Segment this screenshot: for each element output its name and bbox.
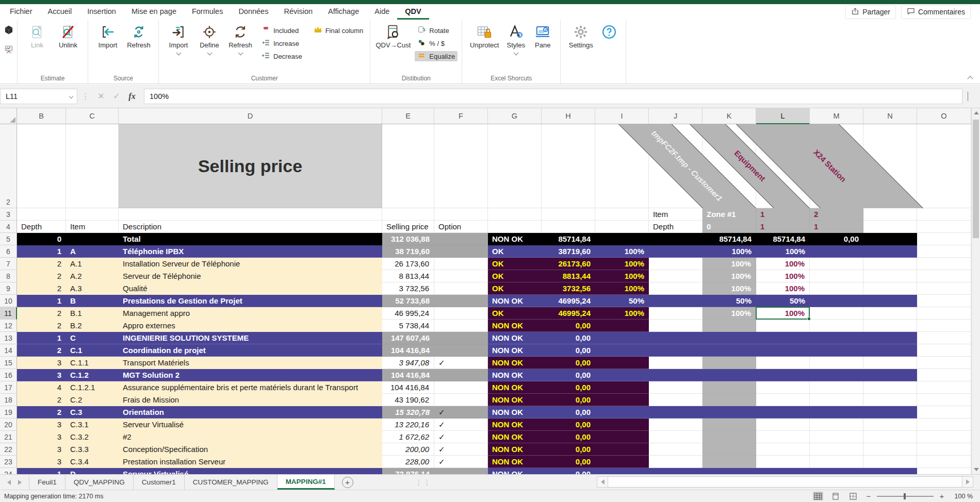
cell-M8[interactable]: [810, 270, 863, 282]
cell-K18[interactable]: [703, 394, 756, 406]
define-button[interactable]: Define: [194, 22, 225, 55]
cell-H15[interactable]: 0,00: [542, 357, 595, 369]
cell-O23[interactable]: [917, 456, 971, 468]
cell-D10[interactable]: Prestations de Gestion de Projet: [119, 295, 382, 307]
cell-E11[interactable]: 46 995,24: [382, 307, 434, 320]
cell-B13[interactable]: 1: [17, 332, 66, 344]
cell-I3[interactable]: [595, 208, 649, 221]
cell-D18[interactable]: Frais de Mission: [119, 394, 382, 406]
cell-B6[interactable]: 1: [17, 245, 66, 258]
cell-G9[interactable]: OK: [488, 282, 542, 295]
cell-N21[interactable]: [863, 431, 917, 443]
cell-F17[interactable]: [434, 381, 488, 394]
cell-C23[interactable]: C.3.4: [66, 456, 119, 468]
cell-O6[interactable]: [917, 245, 971, 258]
cell-F12[interactable]: [434, 320, 488, 332]
cell-H20[interactable]: 0,00: [542, 419, 595, 431]
row-header-17[interactable]: 17: [0, 381, 17, 394]
cell-D8[interactable]: Serveur de Téléphonie: [119, 270, 382, 282]
cell-H17[interactable]: 0,00: [542, 381, 595, 394]
settings-button[interactable]: Settings: [565, 22, 597, 49]
cell-D9[interactable]: Qualité: [119, 282, 382, 295]
menu-tab-aide[interactable]: Aide: [367, 4, 397, 20]
insert-function-button[interactable]: fx: [124, 92, 140, 101]
cell-L15[interactable]: [756, 357, 810, 369]
cell-E20[interactable]: 13 220,16: [382, 419, 434, 431]
cell-E16[interactable]: 104 416,84: [382, 369, 434, 381]
cell-K9[interactable]: 100%: [703, 282, 756, 295]
cell-C19[interactable]: C.3: [66, 406, 119, 419]
cell-M2[interactable]: [810, 124, 863, 208]
cell-F11[interactable]: [434, 307, 488, 320]
cell-N12[interactable]: [863, 320, 917, 332]
cell-G7[interactable]: OK: [488, 258, 542, 270]
column-header-M[interactable]: M: [810, 108, 863, 124]
decrease-button[interactable]: Decrease: [259, 51, 305, 61]
horizontal-scroll-thumb[interactable]: [608, 476, 962, 488]
cell-O4[interactable]: [917, 221, 971, 233]
cell-K22[interactable]: [703, 443, 756, 456]
name-box-dropdown-icon[interactable]: [69, 94, 73, 98]
column-header-L[interactable]: L: [756, 108, 810, 124]
cell-G8[interactable]: OK: [488, 270, 542, 282]
cell-E21[interactable]: 1 672,62: [382, 431, 434, 443]
row-header-3[interactable]: 3: [0, 208, 17, 221]
cell-C24[interactable]: D: [66, 468, 119, 474]
cell-M20[interactable]: [810, 419, 863, 431]
cell-B16[interactable]: 3: [17, 369, 66, 381]
normal-view-button[interactable]: [813, 492, 823, 500]
cell-E4[interactable]: Selling price: [382, 221, 434, 233]
help-button[interactable]: [597, 22, 622, 40]
cell-C17[interactable]: C.1.2.1: [66, 381, 119, 394]
column-header-B[interactable]: B: [17, 108, 66, 124]
row-header-5[interactable]: 5: [0, 233, 17, 245]
menu-tab-fichier[interactable]: Fichier: [2, 4, 40, 20]
cell-D2-selling-price-header[interactable]: Selling price: [119, 124, 382, 208]
cell-K15[interactable]: [703, 357, 756, 369]
increase-button[interactable]: Increase: [259, 38, 305, 48]
cell-J20[interactable]: [649, 419, 703, 431]
cell-I10[interactable]: 50%: [595, 295, 649, 307]
cell-J15[interactable]: [649, 357, 703, 369]
cell-C4[interactable]: Item: [66, 221, 119, 233]
cell-D5[interactable]: Total: [119, 233, 382, 245]
cell-J8[interactable]: [649, 270, 703, 282]
cell-G5[interactable]: NON OK: [488, 233, 542, 245]
cell-C13[interactable]: C: [66, 332, 119, 344]
cell-L12[interactable]: [756, 320, 810, 332]
row-header-21[interactable]: 21: [0, 431, 17, 443]
row-header-20[interactable]: 20: [0, 419, 17, 431]
cell-J9[interactable]: [649, 282, 703, 295]
cell-B5[interactable]: 0: [17, 233, 66, 245]
cell-J23[interactable]: [649, 456, 703, 468]
cell-H13[interactable]: 0,00: [542, 332, 595, 344]
collapse-ribbon-button[interactable]: [966, 74, 975, 81]
column-header-O[interactable]: O: [917, 108, 971, 124]
cell-E8[interactable]: 8 813,44: [382, 270, 434, 282]
row-header-13[interactable]: 13: [0, 332, 17, 344]
cell-G6[interactable]: OK: [488, 245, 542, 258]
cell-O9[interactable]: [917, 282, 971, 295]
cell-B24[interactable]: 1: [17, 468, 66, 474]
page-break-view-button[interactable]: [848, 492, 858, 500]
cell-H3[interactable]: [542, 208, 595, 221]
cell-O3[interactable]: [917, 208, 971, 221]
scroll-down-arrow[interactable]: [972, 465, 980, 474]
cell-F21[interactable]: ✓: [434, 431, 488, 443]
row-header-8[interactable]: 8: [0, 270, 17, 282]
row-header-2[interactable]: 2: [0, 124, 17, 208]
column-header-C[interactable]: C: [66, 108, 119, 124]
column-header-K[interactable]: K: [703, 108, 756, 124]
import-customer-dropdown-icon[interactable]: [176, 51, 181, 56]
pct-dollar-button[interactable]: % / $: [415, 38, 458, 48]
included-button[interactable]: Included: [259, 25, 305, 36]
cell-G18[interactable]: NON OK: [488, 394, 542, 406]
cell-H10[interactable]: 46995,24: [542, 295, 595, 307]
zoom-out-button[interactable]: −: [865, 492, 872, 500]
cell-E23[interactable]: 228,00: [382, 456, 434, 468]
active-cell-selection-L11[interactable]: [756, 307, 810, 320]
cell-D7[interactable]: Installation Serveur de Téléphonie: [119, 258, 382, 270]
import-customer-button[interactable]: Import: [163, 22, 194, 55]
cell-I4[interactable]: [595, 221, 649, 233]
row-header-23[interactable]: 23: [0, 456, 17, 468]
